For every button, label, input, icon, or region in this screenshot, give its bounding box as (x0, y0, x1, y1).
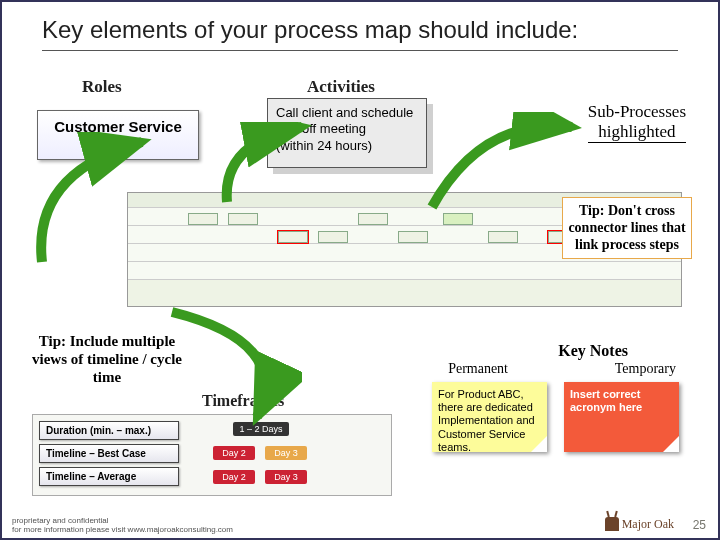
sticky-note-permanent: For Product ABC, there are dedicated Imp… (432, 382, 547, 452)
tf-bar-avg-d2: Day 2 (213, 470, 255, 484)
sub-processes-label: Sub-Processes highlighted (588, 102, 686, 143)
tf-bar-avg-d3: Day 3 (265, 470, 307, 484)
tf-bar-duration: 1 – 2 Days (233, 422, 289, 436)
footer: proprietary and confidential for more in… (12, 516, 233, 534)
logo: Major Oak (605, 517, 674, 532)
tf-bar-best-d2: Day 2 (213, 446, 255, 460)
sub-processes-line2: highlighted (588, 122, 686, 142)
activity-example-box: Call client and schedule kick off meetin… (267, 98, 427, 168)
permanent-label: Permanent (448, 361, 508, 377)
sub-processes-line1: Sub-Processes (588, 102, 686, 122)
activity-text: Call client and schedule kick off meetin… (276, 105, 418, 136)
slide-title: Key elements of your process map should … (2, 2, 718, 50)
roles-label: Roles (82, 77, 122, 97)
page-number: 25 (693, 518, 706, 532)
temporary-label: Temporary (615, 361, 676, 377)
activities-label: Activities (307, 77, 375, 97)
timeframe-block: Duration (min. – max.) Timeline – Best C… (32, 414, 392, 496)
title-underline (42, 50, 678, 51)
footer-line1: proprietary and confidential (12, 516, 233, 525)
key-notes-label: Key Notes (558, 342, 628, 360)
footer-line2: for more information please visit www.ma… (12, 525, 233, 534)
tip-timeline-views: Tip: Include multiple views of timeline … (22, 332, 192, 386)
activity-subtext: (within 24 hours) (276, 138, 418, 154)
tip-connector-lines: Tip: Don't cross connector lines that li… (562, 197, 692, 259)
logo-text: Major Oak (622, 517, 674, 531)
roles-example-box: Customer Service Team (37, 110, 199, 160)
sticky-note-temporary: Insert correct acronym here (564, 382, 679, 452)
tf-bar-best-d3: Day 3 (265, 446, 307, 460)
tf-row-best: Timeline – Best Case (39, 444, 179, 463)
timeframes-label: Timeframes (202, 392, 284, 410)
logo-icon (605, 517, 619, 531)
tf-row-avg: Timeline – Average (39, 467, 179, 486)
tf-row-duration: Duration (min. – max.) (39, 421, 179, 440)
